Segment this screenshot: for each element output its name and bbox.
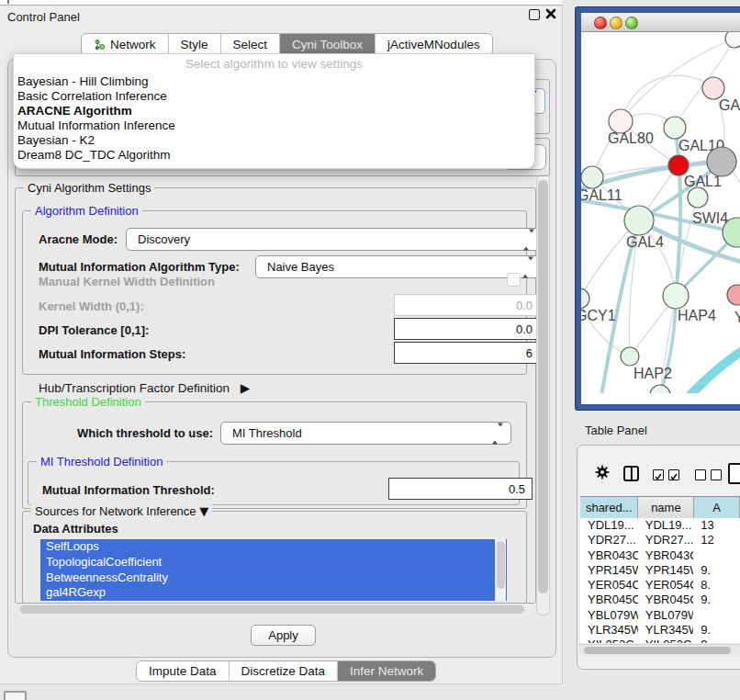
threshold-definition-title: Threshold Definition	[31, 395, 145, 409]
minimized-panel-icon[interactable]	[4, 691, 27, 700]
mi-threshold-field[interactable]: 0.5	[388, 478, 533, 500]
mac-close-icon[interactable]	[594, 17, 607, 29]
mi-type-combo[interactable]: Naive Bayes	[255, 255, 542, 278]
attribute-item-selfloops[interactable]: SelfLoops	[40, 539, 507, 555]
table-cell: 9	[693, 638, 740, 643]
network-node-hap4[interactable]	[663, 283, 689, 309]
table-row[interactable]: YBL079WYBL079W	[580, 608, 740, 623]
table-cell: YBL079W	[638, 608, 694, 623]
collapsed-arrow-icon: ▶	[241, 380, 250, 395]
cyni-bottom-tabs: Impute DataDiscretize DataInfer Network	[136, 660, 436, 682]
apply-button[interactable]: Apply	[251, 625, 316, 646]
dropdown-item-aracne-algorithm[interactable]: ARACNE Algorithm	[14, 104, 534, 119]
table-row[interactable]: YLR345WYLR345W9.	[580, 623, 740, 638]
dropdown-item-bayesian-hill-climbing[interactable]: Bayesian - Hill Climbing	[14, 74, 534, 89]
table-cell	[693, 608, 740, 623]
hub-definition-toggle[interactable]: Hub/Transcription Factor Definition ▶	[39, 380, 250, 395]
document-icon[interactable]	[728, 463, 740, 484]
column-header-shared[interactable]: shared...	[580, 497, 638, 518]
tab-label: jActiveMNodules	[387, 38, 480, 51]
tab-jactivemnodules[interactable]: jActiveMNodules	[376, 34, 492, 55]
tab-label: Impute Data	[149, 664, 217, 678]
algorithm-dropdown-popup: Select algorithm to view settings Bayesi…	[13, 53, 535, 169]
dropdown-item-bayesian-k2[interactable]: Bayesian - K2	[14, 133, 534, 148]
dropdown-item-dream8-dc-tdc-algorithm[interactable]: Dream8 DC_TDC Algorithm	[14, 148, 534, 163]
network-node-gcy1[interactable]	[581, 288, 589, 309]
close-icon[interactable]	[545, 8, 556, 19]
tab-impute-data[interactable]: Impute Data	[137, 661, 230, 681]
kernel-width-field[interactable]: 0.0	[394, 294, 540, 316]
gear-icon[interactable]	[595, 465, 610, 480]
mac-minimize-icon[interactable]	[610, 17, 622, 29]
table-cell: 12	[693, 533, 740, 548]
column-header-a[interactable]: A	[694, 497, 740, 518]
mi-threshold-value: 0.5	[509, 482, 525, 496]
mi-steps-field[interactable]: 6	[394, 342, 540, 364]
node-label-gal11: GAL11	[581, 187, 622, 203]
which-threshold-combo[interactable]: MI Threshold	[220, 422, 511, 445]
table-row[interactable]: YER054CYER054C8.	[580, 578, 740, 593]
select-all-columns-icon[interactable]	[653, 469, 679, 480]
table-row[interactable]: YBR045CYBR045C9.	[580, 593, 740, 607]
dropdown-item-basic-correlation-inference[interactable]: Basic Correlation Inference	[14, 89, 534, 104]
table-row[interactable]: YDL19...YDL19...13	[580, 518, 740, 533]
table-cell: 9.	[693, 563, 740, 578]
network-window-titlebar[interactable]	[581, 13, 740, 32]
table-row[interactable]: YDR27...YDR27...12	[580, 533, 740, 548]
network-node-hap2[interactable]	[621, 347, 639, 366]
node-label-swi4: SWI4	[692, 210, 728, 226]
float-window-icon[interactable]	[529, 9, 540, 20]
network-node[interactable]	[725, 31, 740, 48]
network-node[interactable]	[707, 147, 736, 176]
sources-group-title[interactable]: Sources for Network Inference ▼	[31, 504, 212, 518]
network-node[interactable]	[650, 385, 670, 393]
kernel-width-label: Kernel Width (0,1):	[39, 299, 144, 313]
network-edge[interactable]	[621, 75, 713, 121]
table-row[interactable]: YBR043CYBR043C	[580, 548, 740, 563]
tab-style[interactable]: Style	[169, 34, 221, 55]
mac-zoom-icon[interactable]	[625, 17, 638, 29]
aracne-mode-combo[interactable]: Discovery	[126, 228, 543, 251]
network-node-y[interactable]	[727, 285, 740, 305]
attributes-list-scrollbar[interactable]	[495, 539, 506, 601]
network-node-gal10[interactable]	[664, 117, 686, 139]
network-node-swi4[interactable]	[688, 187, 708, 208]
node-label-gal4: GAL4	[626, 234, 664, 250]
tab-network[interactable]: Network	[82, 34, 169, 55]
tab-label: Network	[110, 38, 156, 51]
mi-steps-value: 6	[526, 346, 533, 360]
network-node-gal11[interactable]	[581, 166, 603, 188]
table-horizontal-scrollbar[interactable]	[578, 644, 740, 656]
attribute-item-gal4rgexp[interactable]: gal4RGexp	[40, 585, 507, 601]
deselect-all-columns-icon[interactable]	[695, 469, 722, 480]
tab-select[interactable]: Select	[221, 34, 281, 55]
algorithm-definition-title: Algorithm Definition	[31, 204, 142, 218]
network-node-gal1[interactable]	[668, 155, 689, 175]
manual-kernel-checkbox[interactable]	[507, 273, 521, 287]
network-edge[interactable]	[690, 343, 740, 393]
mi-threshold-group-title: MI Threshold Definition	[37, 455, 166, 469]
attribute-item-betweennesscentrality[interactable]: BetweennessCentrality	[40, 570, 507, 586]
node-table: YDL19...YDL19...13YDR27...YDR27...12YBR0…	[580, 518, 740, 643]
tab-label: Infer Network	[350, 664, 423, 678]
network-node-gal4[interactable]	[624, 206, 654, 235]
tab-discretize-data[interactable]: Discretize Data	[230, 661, 339, 681]
mi-threshold-label: Mutual Information Threshold:	[42, 483, 215, 497]
dropdown-items: Bayesian - Hill ClimbingBasic Correlatio…	[14, 74, 534, 163]
dpi-tolerance-field[interactable]: 0.0	[394, 318, 540, 340]
network-node-gal[interactable]	[702, 77, 724, 99]
table-row[interactable]: YPR145WYPR145W9.	[580, 563, 740, 578]
table-row[interactable]: YIL052CYIL052C9	[580, 638, 740, 643]
network-canvas[interactable]: GALGAL80GAL10GAL1GAL11SWI4GAL4GCY1HAP4YH…	[581, 31, 740, 393]
settings-vertical-scrollbar[interactable]	[536, 175, 550, 615]
apply-label: Apply	[268, 628, 298, 642]
tab-infer-network[interactable]: Infer Network	[338, 661, 435, 681]
settings-horizontal-scrollbar[interactable]	[20, 605, 524, 614]
table-cell: YDR27...	[580, 533, 638, 548]
attribute-item-topologicalcoefficient[interactable]: TopologicalCoefficient	[40, 555, 507, 570]
column-header-name[interactable]: name	[638, 497, 694, 518]
dropdown-item-mutual-information-inference[interactable]: Mutual Information Inference	[14, 119, 534, 133]
spinner-arrows-icon	[492, 426, 503, 440]
tab-cyni-toolbox[interactable]: Cyni Toolbox	[280, 34, 376, 55]
split-pane-icon[interactable]	[623, 466, 639, 481]
